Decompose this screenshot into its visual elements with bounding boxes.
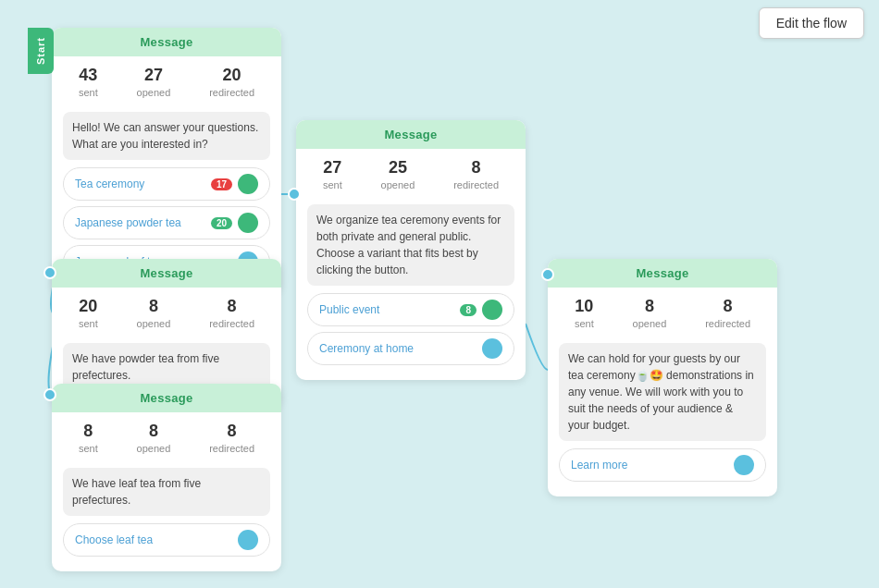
card-message-5: Message 10 sent 8 opened 8 redirected We… bbox=[548, 259, 777, 496]
stat-opened-2: 25 opened bbox=[381, 158, 415, 191]
stat-sent-5: 10 sent bbox=[575, 297, 594, 330]
btn-tea-ceremony[interactable]: Tea ceremony 17 bbox=[63, 167, 270, 201]
stat-sent-1: 43 sent bbox=[79, 66, 98, 99]
edit-flow-button[interactable]: Edit the flow bbox=[759, 7, 864, 39]
card-header-1: Message bbox=[52, 28, 281, 56]
connector-dot-3 bbox=[43, 388, 56, 401]
message-text-1: Hello! We can answer your questions. Wha… bbox=[63, 112, 270, 160]
card-stats-5: 10 sent 8 opened 8 redirected bbox=[548, 288, 777, 336]
message-text-2: We organize tea ceremony events for both… bbox=[307, 204, 514, 286]
card-stats-2: 27 sent 25 opened 8 redirected bbox=[296, 149, 526, 197]
stat-sent-2: 27 sent bbox=[323, 158, 342, 191]
stat-redirected-1: 20 redirected bbox=[209, 66, 254, 99]
message-text-4: We have leaf tea from five prefectures. bbox=[63, 468, 270, 516]
btn-japanese-powder-tea[interactable]: Japanese powder tea 20 bbox=[63, 206, 270, 239]
card-header-2: Message bbox=[296, 120, 526, 149]
stat-redirected-5: 8 redirected bbox=[705, 297, 750, 330]
card-message-1: Message 43 sent 27 opened 20 redirected … bbox=[52, 28, 281, 293]
card-stats-1: 43 sent 27 opened 20 redirected bbox=[52, 56, 281, 104]
stat-redirected-3: 8 redirected bbox=[209, 297, 254, 330]
btn-choose-leaf-tea[interactable]: Choose leaf tea bbox=[63, 523, 270, 557]
card-header-5: Message bbox=[548, 259, 777, 288]
start-label: Start bbox=[28, 28, 54, 74]
btn-public-event[interactable]: Public event 8 bbox=[307, 293, 514, 326]
card-stats-4: 8 sent 8 opened 8 redirected bbox=[52, 412, 281, 460]
stat-redirected-4: 8 redirected bbox=[209, 422, 254, 455]
card-header-3: Message bbox=[52, 259, 281, 288]
stat-opened-4: 8 opened bbox=[137, 422, 171, 455]
card-body-4: We have leaf tea from five prefectures. … bbox=[52, 460, 281, 571]
stat-opened-5: 8 opened bbox=[633, 297, 667, 330]
card-message-4: Message 8 sent 8 opened 8 redirected We … bbox=[52, 384, 281, 571]
stat-sent-3: 20 sent bbox=[79, 297, 98, 330]
stat-sent-4: 8 sent bbox=[79, 422, 98, 455]
card-header-4: Message bbox=[52, 384, 281, 412]
message-text-5: We can hold for your guests by our tea c… bbox=[559, 343, 766, 441]
card-body-2: We organize tea ceremony events for both… bbox=[296, 197, 526, 380]
card-stats-3: 20 sent 8 opened 8 redirected bbox=[52, 288, 281, 336]
card-message-2: Message 27 sent 25 opened 8 redirected W… bbox=[296, 120, 526, 380]
connector-dot-2 bbox=[43, 266, 56, 279]
stat-redirected-2: 8 redirected bbox=[453, 158, 499, 191]
connector-dot-4 bbox=[541, 268, 554, 281]
card-body-5: We can hold for your guests by our tea c… bbox=[548, 336, 777, 496]
stat-opened-1: 27 opened bbox=[137, 66, 171, 99]
connector-dot-1 bbox=[288, 188, 301, 201]
stat-opened-3: 8 opened bbox=[137, 297, 171, 330]
btn-ceremony-at-home[interactable]: Ceremony at home bbox=[307, 332, 514, 365]
btn-learn-more[interactable]: Learn more bbox=[559, 448, 766, 482]
